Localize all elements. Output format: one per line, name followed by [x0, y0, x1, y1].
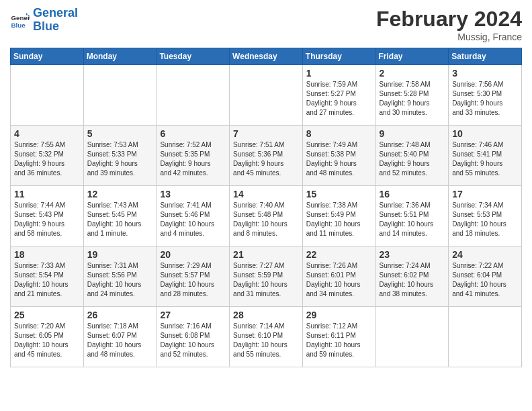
day-number: 19	[87, 249, 153, 260]
day-info: Sunrise: 7:55 AM Sunset: 5:32 PM Dayligh…	[14, 140, 80, 178]
calendar-cell: 2Sunrise: 7:58 AM Sunset: 5:28 PM Daylig…	[375, 65, 449, 126]
day-info: Sunrise: 7:29 AM Sunset: 5:57 PM Dayligh…	[160, 261, 226, 299]
day-info: Sunrise: 7:44 AM Sunset: 5:43 PM Dayligh…	[14, 201, 80, 238]
day-info: Sunrise: 7:48 AM Sunset: 5:40 PM Dayligh…	[380, 140, 445, 178]
day-info: Sunrise: 7:34 AM Sunset: 5:53 PM Dayligh…	[452, 201, 518, 238]
day-number: 24	[452, 249, 518, 260]
day-number: 15	[306, 189, 372, 199]
calendar-cell: 27Sunrise: 7:16 AM Sunset: 6:08 PM Dayli…	[157, 307, 230, 367]
calendar-week-row: 25Sunrise: 7:20 AM Sunset: 6:05 PM Dayli…	[11, 307, 522, 367]
logo: General Blue GeneralBlue	[10, 7, 78, 34]
day-number: 21	[233, 249, 299, 260]
calendar-cell: 19Sunrise: 7:31 AM Sunset: 5:56 PM Dayli…	[83, 246, 157, 307]
calendar-cell: 10Sunrise: 7:46 AM Sunset: 5:41 PM Dayli…	[449, 126, 522, 186]
calendar-cell	[11, 65, 84, 126]
calendar-cell: 23Sunrise: 7:24 AM Sunset: 6:02 PM Dayli…	[375, 246, 449, 307]
calendar-week-row: 1Sunrise: 7:59 AM Sunset: 5:27 PM Daylig…	[11, 65, 522, 126]
calendar-cell	[157, 65, 230, 126]
calendar-cell: 16Sunrise: 7:36 AM Sunset: 5:51 PM Dayli…	[375, 186, 449, 246]
calendar-cell	[449, 307, 522, 367]
day-info: Sunrise: 7:46 AM Sunset: 5:41 PM Dayligh…	[452, 140, 518, 178]
svg-text:Blue: Blue	[11, 21, 26, 28]
weekday-header-row: SundayMondayTuesdayWednesdayThursdayFrid…	[11, 48, 522, 65]
calendar-table: SundayMondayTuesdayWednesdayThursdayFrid…	[10, 48, 522, 367]
calendar-cell	[83, 65, 157, 126]
month-title: February 2024	[376, 7, 522, 32]
calendar-cell: 21Sunrise: 7:27 AM Sunset: 5:59 PM Dayli…	[230, 246, 303, 307]
day-info: Sunrise: 7:22 AM Sunset: 6:04 PM Dayligh…	[452, 261, 518, 299]
day-number: 18	[14, 249, 80, 260]
day-number: 11	[14, 189, 80, 199]
day-info: Sunrise: 7:20 AM Sunset: 6:05 PM Dayligh…	[14, 322, 80, 359]
day-info: Sunrise: 7:24 AM Sunset: 6:02 PM Dayligh…	[380, 261, 445, 299]
day-info: Sunrise: 7:59 AM Sunset: 5:27 PM Dayligh…	[306, 80, 372, 118]
day-info: Sunrise: 7:53 AM Sunset: 5:33 PM Dayligh…	[87, 140, 153, 178]
day-info: Sunrise: 7:41 AM Sunset: 5:46 PM Dayligh…	[160, 201, 226, 238]
calendar-cell: 13Sunrise: 7:41 AM Sunset: 5:46 PM Dayli…	[157, 186, 230, 246]
day-info: Sunrise: 7:16 AM Sunset: 6:08 PM Dayligh…	[160, 322, 226, 359]
day-info: Sunrise: 7:40 AM Sunset: 5:48 PM Dayligh…	[233, 201, 299, 238]
day-number: 29	[306, 310, 372, 320]
calendar-cell: 18Sunrise: 7:33 AM Sunset: 5:54 PM Dayli…	[11, 246, 84, 307]
day-number: 20	[160, 249, 226, 260]
weekday-header: Saturday	[449, 48, 522, 65]
location: Mussig, France	[376, 32, 522, 42]
day-number: 28	[233, 310, 299, 320]
calendar-cell: 25Sunrise: 7:20 AM Sunset: 6:05 PM Dayli…	[11, 307, 84, 367]
day-info: Sunrise: 7:52 AM Sunset: 5:35 PM Dayligh…	[160, 140, 226, 178]
weekday-header: Friday	[375, 48, 449, 65]
calendar-week-row: 4Sunrise: 7:55 AM Sunset: 5:32 PM Daylig…	[11, 126, 522, 186]
calendar-cell: 9Sunrise: 7:48 AM Sunset: 5:40 PM Daylig…	[375, 126, 449, 186]
day-number: 17	[452, 189, 518, 199]
calendar-cell: 14Sunrise: 7:40 AM Sunset: 5:48 PM Dayli…	[230, 186, 303, 246]
weekday-header: Tuesday	[157, 48, 230, 65]
calendar-cell: 15Sunrise: 7:38 AM Sunset: 5:49 PM Dayli…	[302, 186, 375, 246]
day-info: Sunrise: 7:18 AM Sunset: 6:07 PM Dayligh…	[87, 322, 153, 359]
day-info: Sunrise: 7:27 AM Sunset: 5:59 PM Dayligh…	[233, 261, 299, 299]
day-number: 27	[160, 310, 226, 320]
calendar-cell: 17Sunrise: 7:34 AM Sunset: 5:53 PM Dayli…	[449, 186, 522, 246]
calendar-cell: 24Sunrise: 7:22 AM Sunset: 6:04 PM Dayli…	[449, 246, 522, 307]
day-info: Sunrise: 7:56 AM Sunset: 5:30 PM Dayligh…	[452, 80, 518, 118]
day-number: 10	[452, 128, 518, 139]
day-number: 8	[306, 128, 372, 139]
calendar-cell: 4Sunrise: 7:55 AM Sunset: 5:32 PM Daylig…	[11, 126, 84, 186]
day-info: Sunrise: 7:36 AM Sunset: 5:51 PM Dayligh…	[380, 201, 445, 238]
day-number: 5	[87, 128, 153, 139]
calendar-cell: 6Sunrise: 7:52 AM Sunset: 5:35 PM Daylig…	[157, 126, 230, 186]
title-block: February 2024 Mussig, France	[376, 7, 522, 42]
day-number: 14	[233, 189, 299, 199]
weekday-header: Thursday	[302, 48, 375, 65]
page-header: General Blue GeneralBlue February 2024 M…	[10, 7, 522, 42]
day-number: 2	[380, 68, 445, 79]
day-info: Sunrise: 7:43 AM Sunset: 5:45 PM Dayligh…	[87, 201, 153, 238]
day-number: 4	[14, 128, 80, 139]
day-info: Sunrise: 7:51 AM Sunset: 5:36 PM Dayligh…	[233, 140, 299, 178]
day-number: 3	[452, 68, 518, 79]
calendar-cell: 29Sunrise: 7:12 AM Sunset: 6:11 PM Dayli…	[302, 307, 375, 367]
day-info: Sunrise: 7:26 AM Sunset: 6:01 PM Dayligh…	[306, 261, 372, 299]
logo-icon: General Blue	[10, 10, 30, 30]
calendar-cell: 7Sunrise: 7:51 AM Sunset: 5:36 PM Daylig…	[230, 126, 303, 186]
logo-text: GeneralBlue	[33, 7, 78, 34]
day-info: Sunrise: 7:33 AM Sunset: 5:54 PM Dayligh…	[14, 261, 80, 299]
calendar-week-row: 11Sunrise: 7:44 AM Sunset: 5:43 PM Dayli…	[11, 186, 522, 246]
day-info: Sunrise: 7:14 AM Sunset: 6:10 PM Dayligh…	[233, 322, 299, 359]
calendar-week-row: 18Sunrise: 7:33 AM Sunset: 5:54 PM Dayli…	[11, 246, 522, 307]
day-number: 6	[160, 128, 226, 139]
day-number: 1	[306, 68, 372, 79]
weekday-header: Sunday	[11, 48, 84, 65]
calendar-cell: 8Sunrise: 7:49 AM Sunset: 5:38 PM Daylig…	[302, 126, 375, 186]
calendar-header: SundayMondayTuesdayWednesdayThursdayFrid…	[11, 48, 522, 65]
weekday-header: Monday	[83, 48, 157, 65]
day-info: Sunrise: 7:31 AM Sunset: 5:56 PM Dayligh…	[87, 261, 153, 299]
calendar-cell: 20Sunrise: 7:29 AM Sunset: 5:57 PM Dayli…	[157, 246, 230, 307]
day-info: Sunrise: 7:58 AM Sunset: 5:28 PM Dayligh…	[380, 80, 445, 118]
day-number: 25	[14, 310, 80, 320]
calendar-cell: 26Sunrise: 7:18 AM Sunset: 6:07 PM Dayli…	[83, 307, 157, 367]
calendar-cell: 11Sunrise: 7:44 AM Sunset: 5:43 PM Dayli…	[11, 186, 84, 246]
calendar-cell	[230, 65, 303, 126]
day-number: 12	[87, 189, 153, 199]
calendar-cell: 22Sunrise: 7:26 AM Sunset: 6:01 PM Dayli…	[302, 246, 375, 307]
calendar-cell: 1Sunrise: 7:59 AM Sunset: 5:27 PM Daylig…	[302, 65, 375, 126]
